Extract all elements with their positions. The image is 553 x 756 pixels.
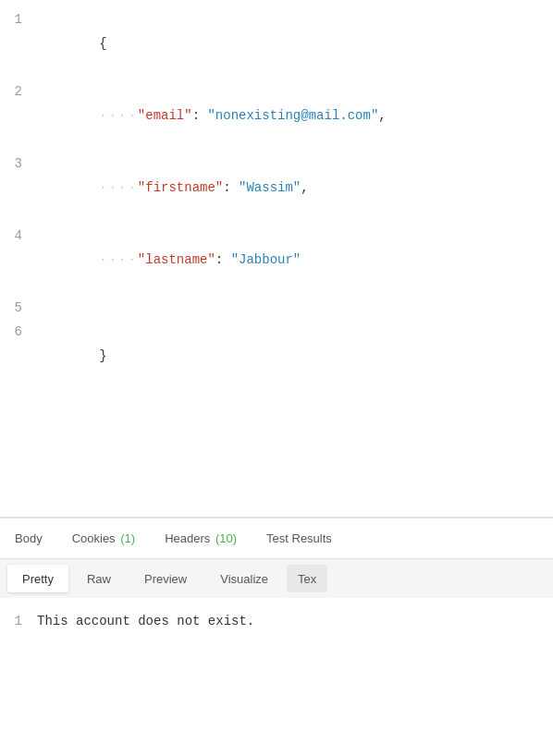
sub-tab-pretty[interactable]: Pretty bbox=[7, 565, 68, 592]
sub-tab-tex-label: Tex bbox=[298, 572, 316, 586]
sub-tabs-bar: Pretty Raw Preview Visualize Tex bbox=[0, 559, 553, 598]
open-brace: { bbox=[99, 36, 106, 51]
tab-headers-count: (10) bbox=[212, 531, 237, 545]
sub-tab-pretty-label: Pretty bbox=[22, 572, 54, 586]
key-lastname: "lastname" bbox=[138, 252, 215, 267]
line-number-2: 2 bbox=[0, 79, 37, 104]
comma-2: , bbox=[378, 108, 386, 123]
tab-cookies-label: Cookies bbox=[72, 531, 116, 545]
response-line-1: 1 This account does not exist. bbox=[0, 609, 553, 633]
line-number-4: 4 bbox=[0, 224, 37, 248]
line-content-6: } bbox=[37, 320, 107, 392]
sub-tab-tex[interactable]: Tex bbox=[287, 565, 327, 592]
code-lines: 1 { 2 ····"email": "nonexisting@mail.com… bbox=[0, 0, 553, 399]
tab-cookies-count: (1) bbox=[117, 531, 136, 545]
code-line-1: 1 { bbox=[0, 7, 553, 79]
colon-2: : bbox=[192, 108, 208, 123]
code-line-6: 6 } bbox=[0, 320, 553, 392]
response-text-1: This account does not exist. bbox=[37, 609, 254, 633]
value-firstname: "Wassim" bbox=[239, 180, 301, 195]
line-content-3: ····"firstname": "Wassim", bbox=[37, 152, 309, 224]
colon-4: : bbox=[215, 252, 231, 267]
line-content-4: ····"lastname": "Jabbour" bbox=[37, 224, 301, 296]
code-line-3: 3 ····"firstname": "Wassim", bbox=[0, 152, 553, 224]
code-line-4: 4 ····"lastname": "Jabbour" bbox=[0, 224, 553, 296]
tab-test-results[interactable]: Test Results bbox=[252, 518, 347, 559]
line-number-1: 1 bbox=[0, 7, 37, 31]
key-firstname: "firstname" bbox=[138, 180, 223, 195]
indent-4: ···· bbox=[99, 248, 138, 272]
line-number-5: 5 bbox=[0, 296, 37, 320]
comma-3: , bbox=[301, 180, 308, 195]
code-editor: 1 { 2 ····"email": "nonexisting@mail.com… bbox=[0, 0, 553, 518]
tab-headers[interactable]: Headers (10) bbox=[150, 518, 252, 559]
bottom-panel: Body Cookies (1) Headers (10) Test Resul… bbox=[0, 518, 553, 644]
line-number-6: 6 bbox=[0, 320, 37, 344]
indent-3: ···· bbox=[99, 176, 138, 200]
key-email: "email" bbox=[138, 108, 192, 123]
response-line-number-1: 1 bbox=[0, 609, 37, 633]
colon-3: : bbox=[223, 180, 239, 195]
tab-headers-label: Headers bbox=[165, 531, 210, 545]
sub-tab-preview-label: Preview bbox=[144, 572, 187, 586]
code-line-5: 5 bbox=[0, 296, 553, 320]
value-lastname: "Jabbour" bbox=[231, 252, 301, 267]
line-content-2: ····"email": "nonexisting@mail.com", bbox=[37, 79, 387, 152]
sub-tab-preview[interactable]: Preview bbox=[129, 565, 202, 592]
main-tabs-bar: Body Cookies (1) Headers (10) Test Resul… bbox=[0, 518, 553, 559]
tab-test-results-label: Test Results bbox=[266, 531, 332, 545]
tab-cookies[interactable]: Cookies (1) bbox=[57, 518, 151, 559]
value-email: "nonexisting@mail.com" bbox=[207, 108, 378, 123]
sub-tab-visualize[interactable]: Visualize bbox=[205, 565, 283, 592]
indent-2: ···· bbox=[99, 104, 138, 128]
tab-body-label: Body bbox=[15, 531, 43, 545]
tab-body[interactable]: Body bbox=[0, 518, 57, 559]
sub-tab-raw[interactable]: Raw bbox=[72, 565, 126, 592]
line-content-1: { bbox=[37, 7, 107, 79]
close-brace: } bbox=[99, 348, 106, 363]
sub-tab-visualize-label: Visualize bbox=[220, 572, 268, 586]
response-body: 1 This account does not exist. bbox=[0, 598, 553, 644]
sub-tab-raw-label: Raw bbox=[87, 572, 111, 586]
code-line-2: 2 ····"email": "nonexisting@mail.com", bbox=[0, 79, 553, 152]
line-number-3: 3 bbox=[0, 152, 37, 176]
